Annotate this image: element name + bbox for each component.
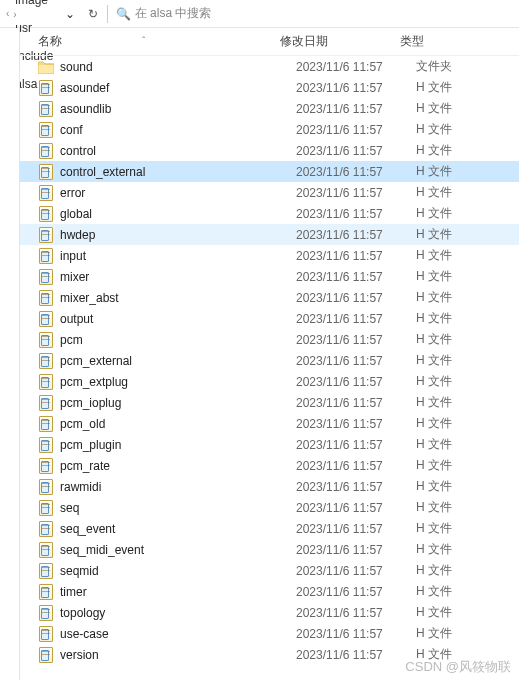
file-date: 2023/11/6 11:57	[296, 291, 416, 305]
file-type: H 文件	[416, 457, 519, 474]
file-date: 2023/11/6 11:57	[296, 123, 416, 137]
file-name: output	[60, 312, 296, 326]
breadcrumb-overflow-icon[interactable]: ‹	[4, 8, 11, 19]
file-date: 2023/11/6 11:57	[296, 144, 416, 158]
file-row[interactable]: pcm2023/11/6 11:57H 文件	[20, 329, 519, 350]
file-row[interactable]: output2023/11/6 11:57H 文件	[20, 308, 519, 329]
file-type: H 文件	[416, 415, 519, 432]
search-input[interactable]: 🔍 在 alsa 中搜索	[112, 5, 515, 22]
sort-indicator-icon: ˆ	[142, 36, 145, 47]
file-name: conf	[60, 123, 296, 137]
file-row[interactable]: mixer2023/11/6 11:57H 文件	[20, 266, 519, 287]
file-row[interactable]: seq_midi_event2023/11/6 11:57H 文件	[20, 539, 519, 560]
file-type: H 文件	[416, 205, 519, 222]
file-type: H 文件	[416, 352, 519, 369]
file-name: global	[60, 207, 296, 221]
file-type: H 文件	[416, 142, 519, 159]
file-row[interactable]: control_external2023/11/6 11:57H 文件	[20, 161, 519, 182]
file-name: version	[60, 648, 296, 662]
file-row[interactable]: input2023/11/6 11:57H 文件	[20, 245, 519, 266]
file-date: 2023/11/6 11:57	[296, 459, 416, 473]
column-headers: 名称 ˆ 修改日期 类型	[20, 28, 519, 56]
hfile-icon	[38, 647, 54, 663]
file-row[interactable]: conf2023/11/6 11:57H 文件	[20, 119, 519, 140]
file-row[interactable]: use-case2023/11/6 11:57H 文件	[20, 623, 519, 644]
file-name: input	[60, 249, 296, 263]
file-date: 2023/11/6 11:57	[296, 249, 416, 263]
hfile-icon	[38, 101, 54, 117]
file-row[interactable]: pcm_old2023/11/6 11:57H 文件	[20, 413, 519, 434]
file-row[interactable]: topology2023/11/6 11:57H 文件	[20, 602, 519, 623]
file-date: 2023/11/6 11:57	[296, 606, 416, 620]
hfile-icon	[38, 269, 54, 285]
hfile-icon	[38, 437, 54, 453]
file-name: seq_event	[60, 522, 296, 536]
file-name: topology	[60, 606, 296, 620]
column-name[interactable]: 名称 ˆ	[20, 33, 280, 50]
file-date: 2023/11/6 11:57	[296, 543, 416, 557]
file-type: H 文件	[416, 583, 519, 600]
file-name: asoundef	[60, 81, 296, 95]
file-date: 2023/11/6 11:57	[296, 81, 416, 95]
hfile-icon	[38, 80, 54, 96]
file-type: H 文件	[416, 79, 519, 96]
file-type: H 文件	[416, 289, 519, 306]
refresh-button[interactable]: ↻	[83, 7, 103, 21]
file-row[interactable]: global2023/11/6 11:57H 文件	[20, 203, 519, 224]
file-row[interactable]: pcm_rate2023/11/6 11:57H 文件	[20, 455, 519, 476]
file-row[interactable]: pcm_plugin2023/11/6 11:57H 文件	[20, 434, 519, 455]
file-name: control_external	[60, 165, 296, 179]
file-row[interactable]: pcm_extplug2023/11/6 11:57H 文件	[20, 371, 519, 392]
file-row[interactable]: hwdep2023/11/6 11:57H 文件	[20, 224, 519, 245]
file-row[interactable]: control2023/11/6 11:57H 文件	[20, 140, 519, 161]
file-date: 2023/11/6 11:57	[296, 60, 416, 74]
file-type: H 文件	[416, 121, 519, 138]
file-row[interactable]: pcm_ioplug2023/11/6 11:57H 文件	[20, 392, 519, 413]
file-name: hwdep	[60, 228, 296, 242]
hfile-icon	[38, 311, 54, 327]
breadcrumb: ‹ alsa-lib›1.1.9-r0›image›usr›include›al…	[0, 0, 519, 28]
file-date: 2023/11/6 11:57	[296, 396, 416, 410]
file-row[interactable]: error2023/11/6 11:57H 文件	[20, 182, 519, 203]
hfile-icon	[38, 584, 54, 600]
file-row[interactable]: seqmid2023/11/6 11:57H 文件	[20, 560, 519, 581]
file-row[interactable]: seq2023/11/6 11:57H 文件	[20, 497, 519, 518]
file-row[interactable]: asoundef2023/11/6 11:57H 文件	[20, 77, 519, 98]
breadcrumb-item[interactable]: image	[11, 0, 60, 7]
column-type[interactable]: 类型	[400, 33, 519, 50]
file-date: 2023/11/6 11:57	[296, 165, 416, 179]
breadcrumb-dropdown-icon[interactable]: ⌄	[61, 7, 79, 21]
column-name-label: 名称	[38, 33, 62, 50]
file-type: H 文件	[416, 310, 519, 327]
file-row[interactable]: pcm_external2023/11/6 11:57H 文件	[20, 350, 519, 371]
file-date: 2023/11/6 11:57	[296, 627, 416, 641]
hfile-icon	[38, 332, 54, 348]
file-type: 文件夹	[416, 58, 519, 75]
hfile-icon	[38, 227, 54, 243]
file-row[interactable]: mixer_abst2023/11/6 11:57H 文件	[20, 287, 519, 308]
file-row[interactable]: rawmidi2023/11/6 11:57H 文件	[20, 476, 519, 497]
file-row[interactable]: timer2023/11/6 11:57H 文件	[20, 581, 519, 602]
hfile-icon	[38, 290, 54, 306]
file-name: pcm_rate	[60, 459, 296, 473]
file-row[interactable]: version2023/11/6 11:57H 文件	[20, 644, 519, 665]
file-type: H 文件	[416, 625, 519, 642]
chevron-right-icon: ›	[11, 9, 18, 20]
file-date: 2023/11/6 11:57	[296, 417, 416, 431]
file-name: sound	[60, 60, 296, 74]
file-type: H 文件	[416, 436, 519, 453]
hfile-icon	[38, 626, 54, 642]
file-name: seqmid	[60, 564, 296, 578]
file-type: H 文件	[416, 562, 519, 579]
file-name: pcm_ioplug	[60, 396, 296, 410]
hfile-icon	[38, 395, 54, 411]
folder-row[interactable]: sound2023/11/6 11:57文件夹	[20, 56, 519, 77]
file-type: H 文件	[416, 478, 519, 495]
file-date: 2023/11/6 11:57	[296, 438, 416, 452]
column-date[interactable]: 修改日期	[280, 33, 400, 50]
file-date: 2023/11/6 11:57	[296, 375, 416, 389]
file-name: pcm_extplug	[60, 375, 296, 389]
file-name: use-case	[60, 627, 296, 641]
file-row[interactable]: seq_event2023/11/6 11:57H 文件	[20, 518, 519, 539]
file-row[interactable]: asoundlib2023/11/6 11:57H 文件	[20, 98, 519, 119]
